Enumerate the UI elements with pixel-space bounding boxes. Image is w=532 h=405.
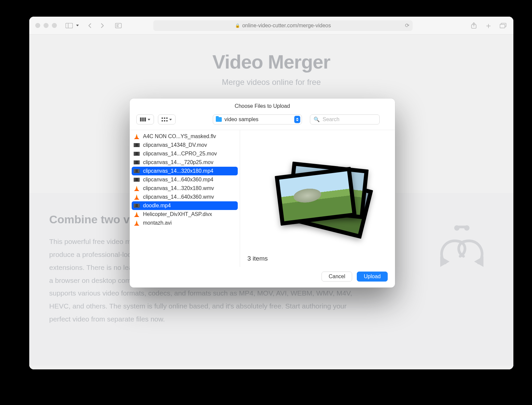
upload-button[interactable]: Upload [357, 272, 388, 282]
group-by-control[interactable] [158, 114, 176, 124]
close-window-icon[interactable] [35, 23, 40, 28]
hero-section: Video Merger Merge videos online for fre… [29, 35, 513, 87]
minimize-window-icon[interactable] [44, 23, 49, 28]
svg-rect-19 [164, 120, 165, 121]
dialog-title: Choose Files to Upload [130, 99, 395, 113]
page-subtitle: Merge videos online for free [29, 78, 513, 87]
url-text: online-video-cutter.com/merge-videos [242, 23, 331, 29]
safari-window: 🔒 online-video-cutter.com/merge-videos ⟳… [29, 17, 513, 369]
file-name: clipcanvas_14...640x360.mp4 [143, 177, 213, 183]
search-field[interactable]: 🔍 [310, 114, 380, 124]
file-row[interactable]: clipcanvas_14...CPRO_25.mov [130, 149, 240, 158]
svg-rect-14 [144, 117, 146, 121]
lock-icon: 🔒 [235, 23, 240, 28]
video-file-icon [134, 151, 140, 157]
video-file-icon [134, 159, 140, 165]
chevron-down-icon[interactable] [76, 25, 79, 26]
file-name: clipcanvas_14...CPRO_25.mov [143, 151, 217, 157]
file-row[interactable]: montazh.avi [130, 219, 240, 227]
file-row[interactable]: clipcanvas_14...320x180.wmv [130, 184, 240, 193]
svg-rect-13 [142, 117, 144, 121]
location-popup[interactable]: video samples [213, 114, 302, 124]
file-name: clipcanvas_14...640x360.wmv [143, 194, 214, 200]
video-file-icon [134, 142, 140, 148]
folder-icon [216, 117, 222, 122]
file-row[interactable]: clipcanvas_14..._720p25.mov [130, 158, 240, 167]
new-tab-icon[interactable]: ＋ [484, 21, 493, 31]
location-stepper-icon[interactable] [294, 116, 300, 123]
dialog-toolbar: video samples 🔍 [130, 113, 395, 130]
preview-thumbnails [246, 136, 389, 253]
vlc-file-icon [134, 194, 140, 200]
sidebar-toggle-icon[interactable] [65, 21, 73, 31]
video-file-icon [134, 177, 140, 183]
file-row[interactable]: doodle.mp4 [132, 201, 238, 210]
svg-rect-18 [162, 120, 163, 121]
search-icon: 🔍 [314, 116, 320, 122]
video-file-icon [134, 203, 140, 209]
preview-pane: 3 items [240, 130, 395, 267]
grid-view-icon[interactable] [158, 115, 175, 124]
safari-toolbar: 🔒 online-video-cutter.com/merge-videos ⟳… [29, 17, 513, 35]
dialog-footer: Cancel Upload [130, 267, 395, 288]
file-name: montazh.avi [143, 220, 172, 226]
search-input[interactable] [323, 116, 376, 122]
file-row[interactable]: A4C NON CO...YS_masked.flv [130, 132, 240, 141]
video-file-icon [134, 168, 140, 174]
file-name: clipcanvas_14...320x180.wmv [143, 185, 214, 191]
vlc-file-icon [134, 220, 140, 226]
file-name: clipcanvas_14..._720p25.mov [143, 159, 213, 165]
vlc-file-icon [134, 185, 140, 191]
file-name: A4C NON CO...YS_masked.flv [143, 133, 216, 139]
selection-count: 3 items [246, 253, 389, 264]
forward-button[interactable] [98, 21, 107, 31]
page-title: Video Merger [29, 51, 513, 73]
file-chooser-dialog: Choose Files to Upload [130, 99, 395, 288]
vlc-file-icon [134, 211, 140, 217]
reload-icon[interactable]: ⟳ [405, 22, 409, 29]
file-name: Helicopter_DivXHT_ASP.divx [143, 211, 212, 217]
page-viewport: Video Merger Merge videos online for fre… [29, 35, 513, 369]
column-view-icon[interactable] [137, 115, 154, 124]
svg-rect-20 [166, 120, 168, 121]
svg-rect-11 [456, 226, 467, 228]
file-name: clipcanvas_14...320x180.mp4 [143, 168, 213, 174]
view-mode-control[interactable] [136, 114, 154, 124]
file-row[interactable]: clipcanvas_14...640x360.wmv [130, 193, 240, 201]
file-row[interactable]: clipcanvas_14348_DV.mov [130, 141, 240, 149]
chevron-down-icon [169, 119, 172, 120]
svg-rect-17 [166, 117, 168, 119]
file-row[interactable]: clipcanvas_14...320x180.mp4 [132, 167, 238, 175]
svg-rect-16 [164, 117, 165, 119]
file-name: doodle.mp4 [143, 203, 171, 209]
zoom-window-icon[interactable] [52, 23, 57, 28]
file-list[interactable]: A4C NON CO...YS_masked.flvclipcanvas_143… [130, 130, 240, 267]
svg-rect-0 [66, 23, 73, 28]
window-controls[interactable] [35, 23, 57, 28]
file-name: clipcanvas_14348_DV.mov [143, 142, 207, 148]
tabs-overview-icon[interactable] [499, 21, 507, 31]
privacy-report-icon[interactable] [114, 21, 123, 31]
svg-rect-12 [140, 117, 142, 121]
merger-illustration [430, 213, 493, 326]
cancel-button[interactable]: Cancel [322, 272, 352, 282]
file-row[interactable]: Helicopter_DivXHT_ASP.divx [130, 210, 240, 219]
location-label: video samples [224, 116, 258, 122]
address-bar[interactable]: 🔒 online-video-cutter.com/merge-videos ⟳ [153, 20, 413, 31]
file-row[interactable]: clipcanvas_14...640x360.mp4 [130, 175, 240, 184]
svg-rect-8 [500, 24, 505, 28]
svg-rect-15 [162, 117, 163, 119]
back-button[interactable] [85, 21, 94, 31]
share-icon[interactable] [469, 21, 478, 31]
chevron-down-icon [148, 119, 150, 120]
vlc-file-icon [134, 133, 140, 139]
thumbnail-1 [275, 167, 357, 226]
